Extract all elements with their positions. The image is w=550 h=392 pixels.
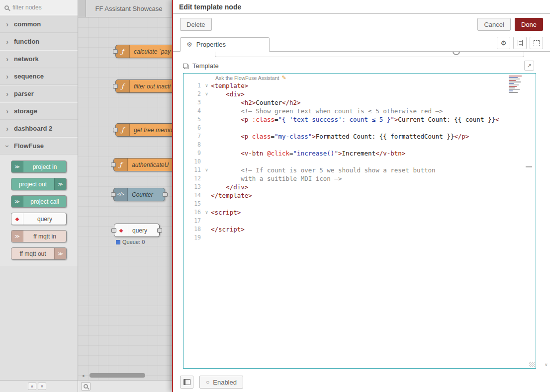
node-settings-button[interactable]: ⚙ [497, 37, 510, 49]
output-port[interactable] [157, 228, 162, 233]
palette-category-function[interactable]: ›function [0, 33, 78, 50]
palette-node-ff-mqtt-out[interactable]: ≫ff mqtt out [11, 247, 67, 260]
fold-toggle-icon[interactable]: ∨ [202, 208, 211, 217]
delete-button[interactable]: Delete [180, 18, 212, 31]
code-text[interactable]: <template> [211, 81, 248, 90]
done-button[interactable]: Done [515, 18, 543, 31]
code-text[interactable]: <!— If count is over 5 we should show a … [211, 166, 436, 174]
assistant-prompt[interactable]: Ask the FlowFuse Assistant ✎ [215, 75, 286, 81]
chevron-right-icon: › [5, 125, 9, 133]
code-text[interactable]: with a suitible MDI icon —> [211, 174, 342, 183]
expand-editor-button[interactable]: ↗ [524, 61, 534, 71]
input-port[interactable] [111, 192, 116, 197]
function-node-icon: ƒ [116, 80, 130, 92]
code-lines: 1∨<template>2∨ <div>3 <h2>Counter</h2>4 … [183, 81, 536, 242]
enabled-circle-icon: ○ [206, 379, 209, 386]
flow-node-calculate-pay[interactable]: ƒcalculate `pay [115, 45, 172, 58]
editor-resize-grip[interactable] [529, 362, 535, 367]
scrollbar-thumb[interactable] [90, 373, 145, 378]
flow-node-authenticateu[interactable]: ƒauthenticateU [113, 158, 172, 171]
zoom-search-button[interactable] [81, 382, 91, 391]
palette-category-sequence[interactable]: ›sequence [0, 68, 78, 85]
code-text[interactable]: </script> [211, 225, 245, 234]
flow-node-get-free-memo[interactable]: ƒget free memo [115, 123, 172, 137]
enabled-toggle[interactable]: ○ Enabled [199, 376, 243, 389]
node-label: get free memo [130, 127, 172, 134]
query-node-icon: ◆ [114, 224, 128, 236]
chevron-down-icon: ∨ [41, 384, 44, 389]
code-line: 19 [183, 234, 536, 242]
code-text[interactable]: </div> [211, 183, 248, 191]
fold-toggle-icon[interactable]: ∨ [202, 81, 211, 90]
tab-properties[interactable]: ⚙ Properties [180, 37, 270, 52]
input-port[interactable] [113, 49, 118, 54]
flow-node-filter-out-inacti[interactable]: ƒfilter out inacti [115, 79, 172, 93]
tray-scrollbar[interactable]: ∨ [543, 54, 550, 368]
palette-category-network[interactable]: ›network [0, 50, 78, 68]
node-appearance-button[interactable] [530, 37, 543, 49]
flow-node-counter[interactable]: </>Counter [113, 188, 165, 201]
node-status-label: Queue: 0 [122, 239, 145, 245]
palette-node-project-out[interactable]: ≫project out [11, 178, 67, 190]
palette-category-parser[interactable]: ›parser [0, 85, 78, 102]
line-number: 14 [183, 191, 202, 200]
output-port[interactable] [163, 192, 168, 197]
input-port[interactable] [111, 228, 116, 233]
palette-node-project-call[interactable]: ≫project call [11, 195, 67, 208]
code-text[interactable]: <!— Show green text when count is ≤ 5 ot… [211, 107, 443, 115]
code-line: 9 <v-btn @click="increase()">Increment</… [183, 149, 536, 157]
input-port[interactable] [113, 84, 118, 88]
chevron-right-icon: › [5, 38, 9, 46]
palette-node-label: project out [11, 181, 54, 188]
chevron-right-icon: › [5, 55, 9, 63]
line-number: 10 [183, 157, 202, 166]
tab-ff-assistant-showcase[interactable]: FF Assistant Showcase [86, 0, 172, 17]
palette-collapse-up-button[interactable]: ∧ [28, 383, 36, 390]
node-status: Queue: 0 [116, 239, 145, 245]
code-text[interactable]: <h2>Counter</h2> [211, 98, 301, 107]
palette-node-project-in[interactable]: ≫project in [11, 160, 67, 173]
line-number: 18 [183, 225, 202, 234]
palette-search[interactable]: filter nodes [0, 0, 78, 15]
code-text[interactable]: <p :class="{ 'text-success': count ≤ 5 }… [211, 115, 499, 124]
palette-category-common[interactable]: ›common [0, 15, 78, 33]
edit-tray: Edit template node Delete Cancel Done ⚙ … [172, 0, 550, 392]
palette-node-ff-mqtt-in[interactable]: ≫ff mqtt in [11, 230, 67, 242]
line-number: 19 [183, 234, 202, 242]
scroll-down-icon: ∨ [545, 362, 548, 367]
palette-collapse-down-button[interactable]: ∨ [38, 383, 46, 390]
input-port[interactable] [113, 128, 118, 132]
library-button[interactable] [180, 376, 193, 389]
line-number: 2 [183, 90, 202, 98]
status-dot-icon [116, 240, 120, 244]
template-code-editor[interactable]: Ask the FlowFuse Assistant ✎ 1∨<template… [183, 73, 536, 369]
flow-canvas[interactable]: ƒcalculate `payƒfilter out inactiƒget fr… [78, 17, 172, 380]
flow-node-query[interactable]: ◆query [114, 224, 160, 237]
fold-toggle-icon[interactable]: ∨ [202, 90, 211, 98]
canvas-horizontal-scrollbar[interactable]: ◄ [81, 373, 169, 378]
palette-node-query[interactable]: ◆query [11, 213, 67, 225]
fold-toggle-icon[interactable]: ∨ [202, 166, 211, 174]
code-text[interactable]: </template> [211, 191, 252, 200]
code-text[interactable]: <div> [211, 90, 245, 98]
code-text[interactable]: <script> [211, 208, 241, 217]
code-text[interactable]: <v-btn @click="increase()">Increment</v-… [211, 149, 405, 157]
code-line: 1∨<template> [183, 81, 536, 90]
code-text[interactable]: <p class="my-class">Formatted Count: {{ … [211, 132, 469, 141]
cancel-button[interactable]: Cancel [477, 18, 510, 31]
palette-category-flowfuse[interactable]: ›FlowFuse [0, 137, 78, 155]
node-description-button[interactable] [513, 37, 527, 49]
chevron-right-icon: › [3, 144, 11, 148]
workspace: FF Assistant Showcase ƒcalculate `payƒfi… [78, 0, 172, 392]
category-label: dashboard 2 [14, 125, 52, 132]
workspace-tabbar: FF Assistant Showcase [78, 0, 172, 17]
code-line: 7 <p class="my-class">Formatted Count: {… [183, 132, 536, 141]
palette-category-dashboard-2[interactable]: ›dashboard 2 [0, 120, 78, 137]
editor-header: Ask the FlowFuse Assistant ✎ [183, 74, 536, 81]
chevron-up-icon: ∧ [31, 384, 34, 389]
input-port[interactable] [111, 162, 116, 167]
minimap[interactable] [509, 76, 526, 93]
chevron-right-icon: › [5, 73, 9, 80]
palette-category-storage[interactable]: ›storage [0, 102, 78, 120]
tray-tab-actions: ⚙ [497, 35, 543, 51]
